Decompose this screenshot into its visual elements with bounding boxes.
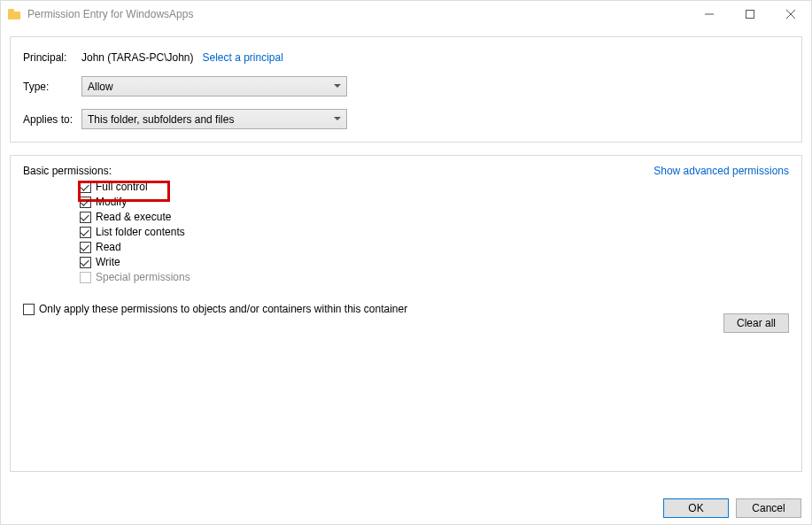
permissions-list: Full controlModifyRead & executeList fol…	[80, 181, 789, 283]
folder-icon	[8, 9, 20, 19]
select-principal-link[interactable]: Select a principal	[203, 51, 283, 64]
permission-item: Write	[80, 256, 789, 268]
permission-label: Read & execute	[96, 211, 171, 223]
chevron-down-icon	[334, 83, 341, 90]
permission-label: Modify	[96, 196, 127, 208]
ok-button[interactable]: OK	[663, 498, 729, 518]
ok-label: OK	[688, 502, 703, 514]
permission-label: List folder contents	[96, 226, 185, 238]
chevron-down-icon	[334, 116, 341, 123]
cancel-button[interactable]: Cancel	[736, 498, 801, 518]
permission-checkbox[interactable]	[80, 197, 91, 208]
principal-value: John (TARAS-PC\John)	[81, 51, 194, 64]
permission-item: Read & execute	[80, 211, 789, 223]
permission-label: Special permissions	[96, 271, 190, 283]
permissions-header: Basic permissions:	[23, 165, 112, 177]
only-apply-label: Only apply these permissions to objects …	[39, 303, 407, 315]
dialog-footer: OK Cancel	[663, 498, 801, 518]
permission-item: Read	[80, 241, 789, 253]
permission-checkbox[interactable]	[80, 257, 91, 268]
applies-value: This folder, subfolders and files	[88, 113, 234, 126]
window-controls	[689, 1, 811, 27]
permission-label: Full control	[96, 181, 148, 193]
show-advanced-link[interactable]: Show advanced permissions	[653, 165, 789, 177]
principal-panel: Principal: John (TARAS-PC\John) Select a…	[10, 36, 802, 143]
type-select[interactable]: Allow	[81, 76, 347, 97]
close-button[interactable]	[770, 1, 811, 27]
applies-select[interactable]: This folder, subfolders and files	[81, 109, 347, 129]
permissions-panel: Basic permissions: Show advanced permiss…	[10, 155, 802, 472]
maximize-button[interactable]	[730, 1, 770, 27]
type-value: Allow	[88, 81, 113, 93]
permission-checkbox[interactable]	[80, 181, 91, 193]
cancel-label: Cancel	[752, 502, 785, 514]
permission-checkbox[interactable]	[80, 242, 91, 253]
title-bar: Permission Entry for WindowsApps	[1, 1, 811, 27]
permission-item: List folder contents	[80, 226, 789, 238]
permission-checkbox[interactable]	[80, 212, 91, 223]
clear-all-label: Clear all	[737, 317, 776, 329]
permission-checkbox[interactable]	[80, 227, 91, 238]
svg-rect-1	[746, 11, 754, 19]
permission-label: Write	[96, 256, 120, 268]
window-title: Permission Entry for WindowsApps	[27, 8, 193, 20]
type-label: Type:	[23, 81, 81, 93]
permission-item: Full control	[80, 181, 789, 193]
applies-label: Applies to:	[23, 113, 81, 126]
clear-all-button[interactable]: Clear all	[723, 313, 789, 333]
permission-checkbox	[80, 272, 91, 283]
permission-item: Special permissions	[80, 271, 789, 283]
permission-item: Modify	[80, 196, 789, 208]
permission-label: Read	[96, 241, 121, 253]
minimize-button[interactable]	[689, 1, 730, 27]
principal-label: Principal:	[23, 51, 81, 64]
only-apply-checkbox[interactable]	[23, 304, 35, 315]
